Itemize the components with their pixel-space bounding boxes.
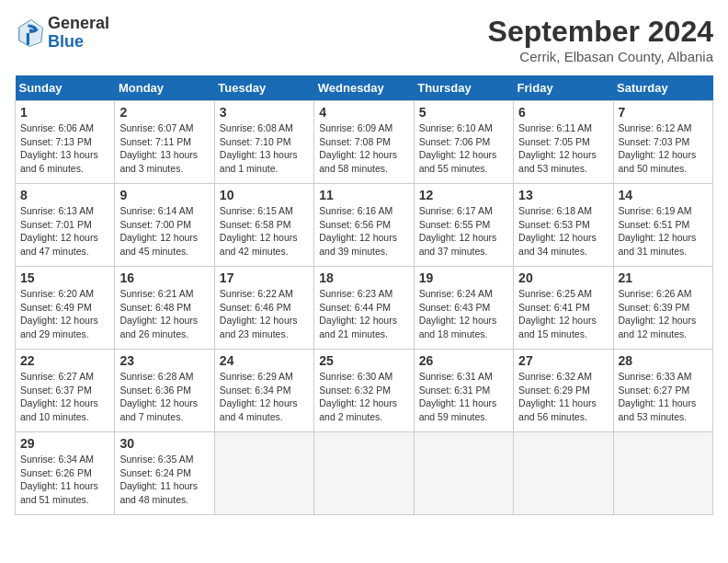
day-number: 19 [419, 270, 508, 285]
day-cell: 11Sunrise: 6:16 AMSunset: 6:56 PMDayligh… [314, 184, 414, 267]
day-cell [414, 432, 513, 515]
day-cell: 15Sunrise: 6:20 AMSunset: 6:49 PMDayligh… [16, 267, 115, 350]
day-number: 6 [518, 105, 608, 120]
day-cell: 4Sunrise: 6:09 AMSunset: 7:08 PMDaylight… [314, 101, 414, 184]
day-info: Sunrise: 6:25 AMSunset: 6:41 PMDaylight:… [518, 287, 608, 341]
day-info: Sunrise: 6:09 AMSunset: 7:08 PMDaylight:… [319, 121, 408, 176]
day-number: 8 [20, 188, 109, 202]
day-number: 26 [419, 353, 508, 368]
logo-general: General [48, 14, 109, 32]
day-info: Sunrise: 6:11 AMSunset: 7:05 PMDaylight:… [518, 121, 608, 176]
day-cell: 29Sunrise: 6:34 AMSunset: 6:26 PMDayligh… [16, 432, 115, 515]
month-title: September 2024 [488, 15, 713, 49]
day-number: 2 [119, 105, 209, 120]
day-cell: 23Sunrise: 6:28 AMSunset: 6:36 PMDayligh… [115, 350, 214, 432]
day-info: Sunrise: 6:16 AMSunset: 6:56 PMDaylight:… [319, 204, 408, 259]
day-cell: 5Sunrise: 6:10 AMSunset: 7:06 PMDaylight… [414, 101, 513, 184]
day-cell [613, 432, 712, 515]
day-cell: 12Sunrise: 6:17 AMSunset: 6:55 PMDayligh… [414, 184, 513, 267]
col-header-monday: Monday [115, 75, 214, 101]
day-info: Sunrise: 6:19 AMSunset: 6:51 PMDaylight:… [619, 204, 708, 259]
day-number: 24 [220, 353, 309, 368]
column-headers: SundayMondayTuesdayWednesdayThursdayFrid… [16, 75, 713, 101]
day-number: 13 [518, 188, 608, 202]
day-number: 11 [319, 188, 408, 202]
day-info: Sunrise: 6:28 AMSunset: 6:36 PMDaylight:… [119, 370, 209, 424]
day-info: Sunrise: 6:23 AMSunset: 6:44 PMDaylight:… [319, 287, 408, 341]
day-info: Sunrise: 6:10 AMSunset: 7:06 PMDaylight:… [419, 121, 508, 176]
day-cell: 13Sunrise: 6:18 AMSunset: 6:53 PMDayligh… [514, 184, 613, 267]
day-info: Sunrise: 6:17 AMSunset: 6:55 PMDaylight:… [419, 204, 508, 259]
day-cell: 18Sunrise: 6:23 AMSunset: 6:44 PMDayligh… [314, 267, 414, 350]
day-cell: 9Sunrise: 6:14 AMSunset: 7:00 PMDaylight… [115, 184, 214, 267]
day-number: 14 [619, 188, 708, 202]
day-info: Sunrise: 6:15 AMSunset: 6:58 PMDaylight:… [220, 204, 309, 259]
col-header-sunday: Sunday [16, 75, 115, 101]
day-number: 18 [319, 270, 408, 285]
col-header-saturday: Saturday [613, 75, 712, 101]
day-info: Sunrise: 6:13 AMSunset: 7:01 PMDaylight:… [20, 204, 109, 259]
day-cell: 10Sunrise: 6:15 AMSunset: 6:58 PMDayligh… [214, 184, 313, 267]
day-info: Sunrise: 6:34 AMSunset: 6:26 PMDaylight:… [20, 453, 109, 507]
day-info: Sunrise: 6:24 AMSunset: 6:43 PMDaylight:… [419, 287, 508, 341]
day-cell: 21Sunrise: 6:26 AMSunset: 6:39 PMDayligh… [613, 267, 712, 350]
day-number: 9 [119, 188, 209, 202]
logo: General Blue [15, 15, 109, 52]
day-cell: 1Sunrise: 6:06 AMSunset: 7:13 PMDaylight… [16, 101, 115, 184]
day-cell [314, 432, 414, 515]
day-info: Sunrise: 6:27 AMSunset: 6:37 PMDaylight:… [20, 370, 109, 424]
day-info: Sunrise: 6:26 AMSunset: 6:39 PMDaylight:… [619, 287, 708, 341]
day-cell: 2Sunrise: 6:07 AMSunset: 7:11 PMDaylight… [115, 101, 214, 184]
logo-blue: Blue [48, 32, 84, 51]
day-number: 23 [119, 353, 209, 368]
day-cell: 16Sunrise: 6:21 AMSunset: 6:48 PMDayligh… [115, 267, 214, 350]
day-cell: 27Sunrise: 6:32 AMSunset: 6:29 PMDayligh… [514, 350, 613, 432]
day-info: Sunrise: 6:30 AMSunset: 6:32 PMDaylight:… [319, 370, 408, 424]
day-info: Sunrise: 6:18 AMSunset: 6:53 PMDaylight:… [518, 204, 608, 259]
day-cell: 17Sunrise: 6:22 AMSunset: 6:46 PMDayligh… [214, 267, 313, 350]
page-header: General Blue September 2024 Cerrik, Elba… [15, 15, 713, 64]
day-number: 25 [319, 353, 408, 368]
day-info: Sunrise: 6:35 AMSunset: 6:24 PMDaylight:… [119, 453, 209, 507]
week-row-4: 22Sunrise: 6:27 AMSunset: 6:37 PMDayligh… [16, 350, 713, 432]
day-number: 5 [419, 105, 508, 120]
day-cell: 25Sunrise: 6:30 AMSunset: 6:32 PMDayligh… [314, 350, 414, 432]
day-number: 28 [619, 353, 708, 368]
day-cell: 19Sunrise: 6:24 AMSunset: 6:43 PMDayligh… [414, 267, 513, 350]
day-info: Sunrise: 6:32 AMSunset: 6:29 PMDaylight:… [518, 370, 608, 424]
col-header-tuesday: Tuesday [214, 75, 313, 101]
day-cell: 24Sunrise: 6:29 AMSunset: 6:34 PMDayligh… [214, 350, 313, 432]
week-row-2: 8Sunrise: 6:13 AMSunset: 7:01 PMDaylight… [16, 184, 713, 267]
day-info: Sunrise: 6:20 AMSunset: 6:49 PMDaylight:… [20, 287, 109, 341]
day-cell: 26Sunrise: 6:31 AMSunset: 6:31 PMDayligh… [414, 350, 513, 432]
day-info: Sunrise: 6:33 AMSunset: 6:27 PMDaylight:… [619, 370, 708, 424]
location: Cerrik, Elbasan County, Albania [488, 49, 713, 64]
day-number: 16 [119, 270, 209, 285]
day-cell: 28Sunrise: 6:33 AMSunset: 6:27 PMDayligh… [613, 350, 712, 432]
day-number: 29 [20, 436, 109, 451]
day-number: 21 [619, 270, 708, 285]
day-cell [514, 432, 613, 515]
day-number: 20 [518, 270, 608, 285]
day-info: Sunrise: 6:22 AMSunset: 6:46 PMDaylight:… [220, 287, 309, 341]
day-cell: 6Sunrise: 6:11 AMSunset: 7:05 PMDaylight… [514, 101, 613, 184]
day-info: Sunrise: 6:14 AMSunset: 7:00 PMDaylight:… [119, 204, 209, 259]
week-row-1: 1Sunrise: 6:06 AMSunset: 7:13 PMDaylight… [16, 101, 713, 184]
col-header-thursday: Thursday [414, 75, 513, 101]
day-info: Sunrise: 6:07 AMSunset: 7:11 PMDaylight:… [119, 121, 209, 176]
day-info: Sunrise: 6:06 AMSunset: 7:13 PMDaylight:… [20, 121, 109, 176]
day-number: 22 [20, 353, 109, 368]
day-info: Sunrise: 6:21 AMSunset: 6:48 PMDaylight:… [119, 287, 209, 341]
week-row-5: 29Sunrise: 6:34 AMSunset: 6:26 PMDayligh… [16, 432, 713, 515]
day-cell: 20Sunrise: 6:25 AMSunset: 6:41 PMDayligh… [514, 267, 613, 350]
day-number: 1 [20, 105, 109, 120]
day-cell: 3Sunrise: 6:08 AMSunset: 7:10 PMDaylight… [214, 101, 313, 184]
week-row-3: 15Sunrise: 6:20 AMSunset: 6:49 PMDayligh… [16, 267, 713, 350]
day-number: 17 [220, 270, 309, 285]
day-cell: 14Sunrise: 6:19 AMSunset: 6:51 PMDayligh… [613, 184, 712, 267]
calendar-table: SundayMondayTuesdayWednesdayThursdayFrid… [15, 75, 713, 515]
day-number: 10 [220, 188, 309, 202]
day-cell: 30Sunrise: 6:35 AMSunset: 6:24 PMDayligh… [115, 432, 214, 515]
logo-icon [15, 18, 44, 48]
day-number: 15 [20, 270, 109, 285]
